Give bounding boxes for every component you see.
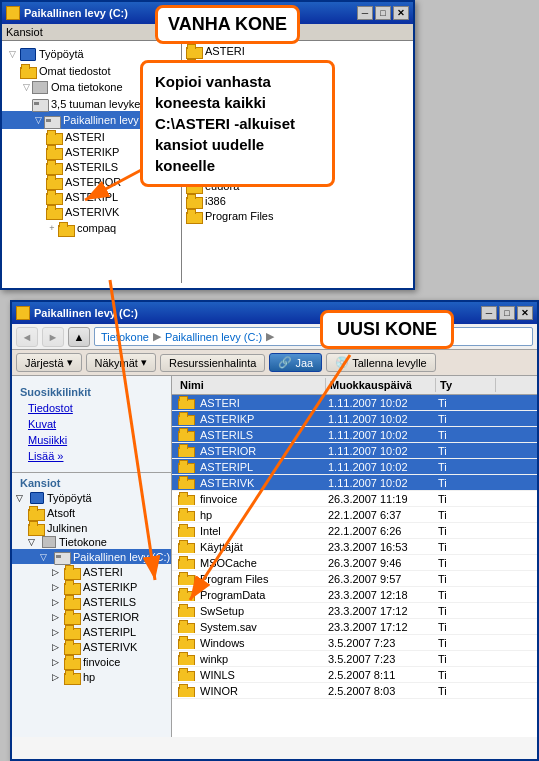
- btree-desktop[interactable]: ▽ Työpöytä: [12, 491, 171, 505]
- file-type: Ti: [436, 637, 496, 649]
- file-row[interactable]: finvoice 26.3.2007 11:19 Ti: [172, 491, 537, 507]
- folder-icon: [178, 524, 194, 537]
- fav-kuvat[interactable]: Kuvat: [12, 416, 171, 432]
- fav-musiikki[interactable]: Musiikki: [12, 432, 171, 448]
- title-controls[interactable]: ─ □ ✕: [481, 306, 533, 320]
- folder-icon: [64, 670, 80, 683]
- folder-icon: [178, 492, 194, 505]
- file-row[interactable]: Windows 3.5.2007 7:23 Ti: [172, 635, 537, 651]
- burn-button[interactable]: 💿 Tallenna levylle: [326, 353, 436, 372]
- tree-asteripl[interactable]: ASTERIPL: [2, 189, 181, 204]
- organize-button[interactable]: Järjestä ▾: [16, 353, 82, 372]
- file-row[interactable]: MSOCache 26.3.2007 9:46 Ti: [172, 555, 537, 571]
- file-row[interactable]: System.sav 23.3.2007 17:12 Ti: [172, 619, 537, 635]
- asterils-label: ASTERILS: [65, 161, 118, 173]
- folder-icon: [178, 636, 194, 649]
- breadcrumb-item[interactable]: Paikallinen levy (C:): [165, 331, 262, 343]
- share-button[interactable]: 🔗 Jaa: [269, 353, 322, 372]
- btree-asteri[interactable]: ▷ ASTERI: [12, 564, 171, 579]
- window-icon: [6, 6, 20, 20]
- btree-asterikp[interactable]: ▷ ASTERIKP: [12, 579, 171, 594]
- right-asteri[interactable]: ASTERI: [184, 43, 411, 58]
- file-row[interactable]: ProgramData 23.3.2007 12:18 Ti: [172, 587, 537, 603]
- file-name: WINOR: [200, 685, 238, 697]
- organize-label: Järjestä: [25, 357, 64, 369]
- file-row[interactable]: SwSetup 23.3.2007 17:12 Ti: [172, 603, 537, 619]
- maximize-button[interactable]: □: [375, 6, 391, 20]
- btree-atsoft[interactable]: Atsoft: [12, 505, 171, 520]
- file-row[interactable]: ASTERIPL 1.11.2007 10:02 Ti: [172, 459, 537, 475]
- fav-lisaa[interactable]: Lisää »: [12, 448, 171, 464]
- file-date: 23.3.2007 17:12: [326, 621, 436, 633]
- file-row[interactable]: ASTERILS 1.11.2007 10:02 Ti: [172, 427, 537, 443]
- file-row[interactable]: ASTERIOR 1.11.2007 10:02 Ti: [172, 443, 537, 459]
- file-row[interactable]: ASTERIKP 1.11.2007 10:02 Ti: [172, 411, 537, 427]
- resource-mgmt-button[interactable]: Resurssienhalinta: [160, 354, 265, 372]
- btree-hp[interactable]: ▷ hp: [12, 669, 171, 684]
- resource-label: Resurssienhalinta: [169, 357, 256, 369]
- folder-icon: [64, 595, 80, 608]
- file-row[interactable]: ASTERI 1.11.2007 10:02 Ti: [172, 395, 537, 411]
- btree-tietokone[interactable]: ▽ Tietokone: [12, 535, 171, 549]
- file-row[interactable]: WINLS 2.5.2007 8:11 Ti: [172, 667, 537, 683]
- btree-asterior[interactable]: ▷ ASTERIOR: [12, 609, 171, 624]
- breadcrumb-item[interactable]: Tietokone: [101, 331, 149, 343]
- tree-label: Paikallinen levy (C:): [73, 551, 170, 563]
- file-name: ASTERIKP: [200, 413, 254, 425]
- folder-icon: [186, 209, 202, 222]
- file-name: ASTERI: [200, 397, 240, 409]
- expand-icon[interactable]: ▽: [40, 552, 52, 562]
- back-button[interactable]: ◄: [16, 327, 38, 347]
- file-type: Ti: [436, 493, 496, 505]
- col-header-name[interactable]: Nimi: [176, 378, 326, 392]
- up-button[interactable]: ▲: [68, 327, 90, 347]
- new-window-title-bar: Paikallinen levy (C:) ─ □ ✕: [12, 302, 537, 324]
- bottom-left-panel: Suosikkilinkit Tiedostot Kuvat Musiikki …: [12, 376, 172, 737]
- expand-icon[interactable]: ▽: [32, 112, 44, 128]
- new-machine-window: Paikallinen levy (C:) ─ □ ✕ ◄ ► ▲ Tietok…: [10, 300, 539, 761]
- file-row[interactable]: hp 22.1.2007 6:37 Ti: [172, 507, 537, 523]
- right-program-files[interactable]: Program Files: [184, 208, 411, 223]
- fav-tiedostot[interactable]: Tiedostot: [12, 400, 171, 416]
- right-i386[interactable]: i386: [184, 193, 411, 208]
- tree-label: Työpöytä: [47, 492, 92, 504]
- file-row[interactable]: Käyttäjät 23.3.2007 16:53 Ti: [172, 539, 537, 555]
- file-date: 1.11.2007 10:02: [326, 445, 436, 457]
- file-type: Ti: [436, 397, 496, 409]
- minimize-button[interactable]: ─: [481, 306, 497, 320]
- folder-icon: [64, 640, 80, 653]
- expand-icon[interactable]: ▽: [28, 537, 40, 547]
- file-row[interactable]: winkp 3.5.2007 7:23 Ti: [172, 651, 537, 667]
- tree-compaq[interactable]: + compaq: [2, 219, 181, 237]
- forward-button[interactable]: ►: [42, 327, 64, 347]
- btree-local-c[interactable]: ▽ Paikallinen levy (C:): [12, 549, 171, 564]
- btree-finvoice[interactable]: ▷ finvoice: [12, 654, 171, 669]
- btree-asterivk[interactable]: ▷ ASTERIVK: [12, 639, 171, 654]
- col-header-date[interactable]: Muokkauspäivä: [326, 378, 436, 392]
- share-label: Jaa: [295, 357, 313, 369]
- file-row[interactable]: Program Files 26.3.2007 9:57 Ti: [172, 571, 537, 587]
- maximize-button[interactable]: □: [499, 306, 515, 320]
- file-row[interactable]: WINOR 2.5.2007 8:03 Ti: [172, 683, 537, 699]
- col-header-type[interactable]: Ty: [436, 378, 496, 392]
- views-button[interactable]: Näkymät ▾: [86, 353, 156, 372]
- breadcrumb-bar[interactable]: Tietokone ▶ Paikallinen levy (C:) ▶: [94, 327, 533, 346]
- file-row[interactable]: Intel 22.1.2007 6:26 Ti: [172, 523, 537, 539]
- btree-asteripl[interactable]: ▷ ASTERIPL: [12, 624, 171, 639]
- close-button[interactable]: ✕: [517, 306, 533, 320]
- expand-icon[interactable]: +: [46, 220, 58, 236]
- close-button[interactable]: ✕: [393, 6, 409, 20]
- title-controls[interactable]: ─ □ ✕: [357, 6, 409, 20]
- minimize-button[interactable]: ─: [357, 6, 373, 20]
- folder-icon: [178, 508, 194, 521]
- btree-julkinen[interactable]: Julkinen: [12, 520, 171, 535]
- right-item-label: i386: [205, 195, 226, 207]
- expand-icon[interactable]: ▽: [20, 79, 32, 95]
- window-icon: [16, 306, 30, 320]
- folder-icon: [178, 412, 194, 425]
- btree-asterils[interactable]: ▷ ASTERILS: [12, 594, 171, 609]
- expand-icon[interactable]: ▽: [16, 493, 28, 503]
- tree-asterivk[interactable]: ASTERIVK: [2, 204, 181, 219]
- expand-icon[interactable]: ▽: [4, 46, 20, 62]
- file-row[interactable]: ASTERIVK 1.11.2007 10:02 Ti: [172, 475, 537, 491]
